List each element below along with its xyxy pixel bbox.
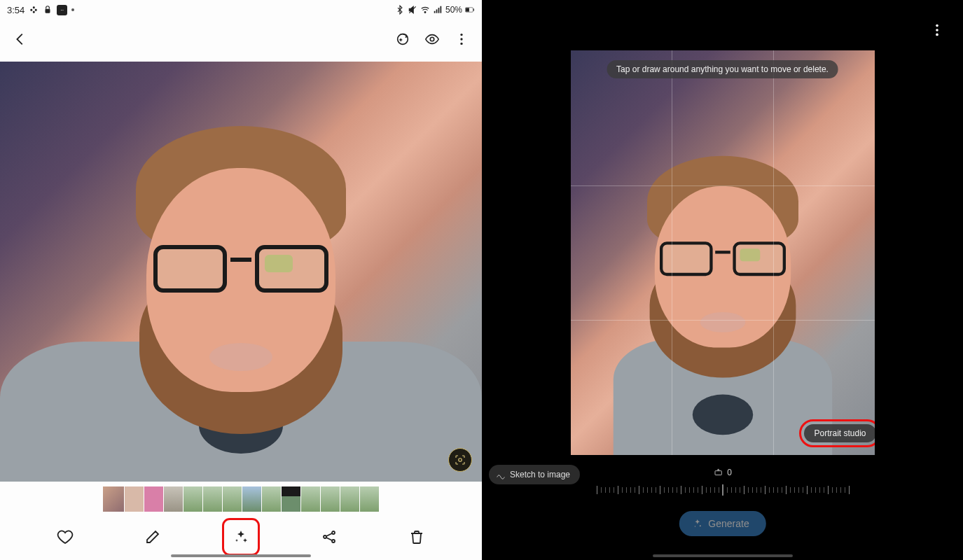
portrait-placeholder (115, 84, 367, 392)
portrait-placeholder (632, 125, 813, 347)
svg-point-27 (936, 34, 938, 36)
mute-icon (408, 5, 417, 15)
app-badge-icon: ·· (57, 5, 67, 15)
thumbnail[interactable] (301, 486, 320, 512)
svg-point-6 (424, 12, 426, 13)
thumbnail[interactable] (103, 486, 124, 512)
thumbnail[interactable] (203, 486, 222, 512)
svg-rect-1 (35, 9, 37, 11)
slack-icon (29, 5, 39, 15)
thumbnail[interactable] (282, 486, 300, 512)
thumbnail[interactable] (183, 486, 202, 512)
svg-point-21 (332, 531, 335, 534)
svg-line-23 (326, 533, 332, 536)
sketch-to-image-button[interactable]: Sketch to image (489, 465, 580, 484)
bluetooth-icon (395, 5, 405, 15)
home-indicator[interactable] (171, 554, 311, 557)
gallery-viewer-panel: 3:54 ·· 50% (0, 0, 482, 560)
delete-button[interactable] (400, 520, 434, 554)
status-bar: 3:54 ·· 50% (0, 0, 482, 20)
svg-rect-8 (436, 9, 438, 13)
back-button[interactable] (13, 31, 28, 50)
svg-point-19 (459, 458, 462, 462)
grid-line (571, 186, 875, 186)
viewer-top-actions (395, 31, 469, 50)
svg-rect-10 (440, 6, 441, 13)
bixby-vision-button[interactable] (448, 448, 472, 472)
svg-point-22 (332, 540, 335, 542)
portrait-studio-button[interactable]: Portrait studio (804, 424, 874, 442)
thumbnail[interactable] (340, 486, 359, 512)
thumbnail[interactable] (262, 486, 281, 512)
wifi-icon (420, 5, 430, 15)
thumbnail[interactable] (242, 486, 261, 512)
svg-rect-3 (33, 11, 35, 13)
thumbnail[interactable] (144, 486, 163, 512)
sketch-to-image-label: Sketch to image (510, 470, 570, 479)
remaster-icon[interactable] (395, 31, 410, 50)
thumbnail[interactable] (223, 486, 242, 512)
edit-canvas[interactable]: Tap or draw around anything you want to … (571, 50, 875, 455)
generate-label: Generate (708, 518, 749, 529)
svg-line-24 (326, 538, 332, 540)
rotation-readout: 0 (713, 468, 732, 477)
svg-rect-9 (438, 8, 440, 13)
svg-point-17 (460, 38, 462, 40)
visibility-icon[interactable] (424, 31, 440, 50)
thumbnail-strip[interactable] (0, 482, 482, 514)
svg-point-15 (430, 37, 434, 41)
edit-button[interactable] (136, 520, 169, 554)
svg-rect-0 (31, 9, 33, 11)
more-icon[interactable] (454, 31, 469, 50)
viewer-top-bar (0, 20, 482, 62)
lock-icon (43, 5, 53, 15)
svg-point-26 (936, 29, 938, 31)
clock: 3:54 (7, 5, 25, 15)
editor-more-button[interactable] (927, 20, 948, 41)
share-button[interactable] (312, 520, 346, 554)
thumbnail[interactable] (360, 486, 379, 512)
hint-tooltip: Tap or draw around anything you want to … (607, 60, 838, 78)
viewer-bottom-bar (0, 514, 482, 560)
grid-line (773, 50, 774, 455)
battery-icon (465, 5, 475, 15)
status-bar-right: 50% (395, 5, 475, 15)
svg-rect-4 (46, 9, 50, 13)
svg-point-20 (324, 536, 326, 538)
home-indicator[interactable] (653, 554, 793, 557)
thumbnail[interactable] (164, 486, 183, 512)
svg-rect-2 (33, 6, 35, 8)
signal-icon (433, 5, 443, 15)
svg-point-25 (936, 24, 938, 27)
svg-rect-13 (473, 8, 474, 10)
favorite-button[interactable] (48, 520, 82, 554)
notification-dot-icon (71, 8, 74, 11)
thumbnail[interactable] (321, 486, 340, 512)
rotation-value: 0 (727, 468, 732, 477)
svg-point-30 (694, 526, 695, 526)
svg-point-18 (460, 43, 462, 45)
grid-line (672, 50, 672, 455)
ai-editor-panel: Tap or draw around anything you want to … (482, 0, 963, 560)
thumbnail[interactable] (125, 486, 144, 512)
status-bar-left: 3:54 ·· (7, 5, 74, 15)
ai-edit-button[interactable] (224, 520, 258, 554)
svg-rect-7 (434, 11, 436, 13)
battery-pct: 50% (445, 5, 462, 15)
svg-point-29 (699, 525, 700, 526)
svg-rect-12 (466, 8, 469, 11)
photo-viewport[interactable] (0, 62, 482, 482)
grid-line (571, 320, 875, 321)
generate-button[interactable]: Generate (679, 511, 765, 536)
svg-rect-28 (714, 471, 721, 475)
svg-point-16 (460, 34, 462, 36)
rotation-ruler[interactable] (597, 484, 849, 497)
